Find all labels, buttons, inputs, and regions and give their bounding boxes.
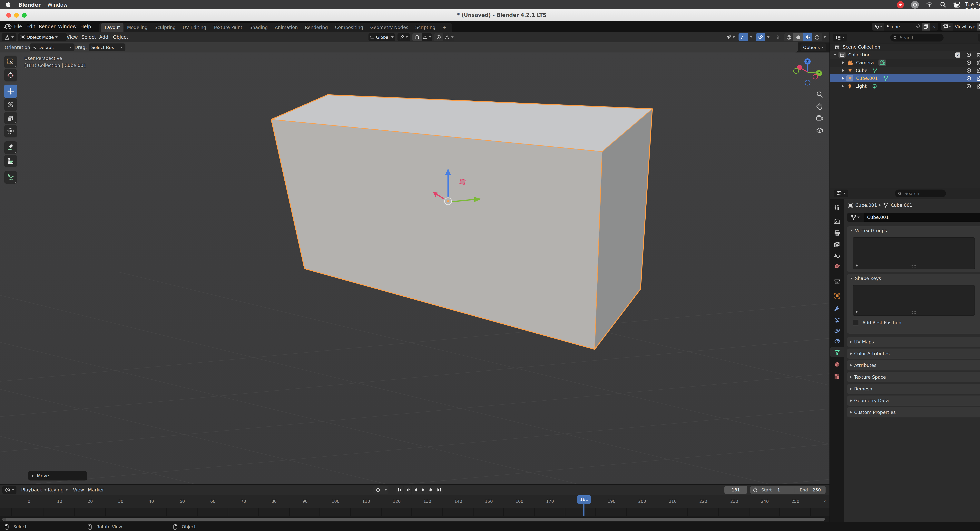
unlink-scene-button[interactable]: ✕ xyxy=(930,24,938,29)
jump-to-end-button[interactable] xyxy=(435,486,442,494)
workspace-tab-scripting[interactable]: Scripting xyxy=(412,23,439,32)
timeline-editor-type-button[interactable] xyxy=(2,486,16,494)
list-resize-handle[interactable] xyxy=(856,264,858,267)
collection-expand-chevron[interactable] xyxy=(834,54,836,55)
playhead-line[interactable] xyxy=(583,503,584,516)
tool-cursor[interactable] xyxy=(4,68,17,82)
spotlight-search-icon[interactable] xyxy=(940,2,946,8)
workspace-tab-rendering[interactable]: Rendering xyxy=(301,23,331,32)
tab-material[interactable] xyxy=(830,359,844,369)
timeline-scrollbar-knob[interactable] xyxy=(3,517,6,521)
editor-type-button[interactable] xyxy=(2,33,16,41)
viewport-canvas[interactable]: Z Y User Perspective (181) Collection | … xyxy=(0,52,829,484)
outliner-search-input[interactable] xyxy=(899,35,940,41)
new-view-layer-button[interactable] xyxy=(977,23,980,30)
macos-app-menu[interactable]: Blender xyxy=(18,2,41,8)
timeline-ruler[interactable]: 0 10 20 30 40 50 60 70 80 90 100 110 120… xyxy=(0,495,829,508)
show-object-types-dropdown[interactable] xyxy=(724,33,736,41)
close-window-button[interactable] xyxy=(6,13,11,17)
breadcrumb-data-name[interactable]: Cube.001 xyxy=(891,203,913,208)
cube001-expand-chevron[interactable] xyxy=(842,77,844,79)
camera-view-icon[interactable] xyxy=(816,115,823,121)
hide-in-viewport-icon[interactable] xyxy=(966,52,972,57)
outliner-row-camera[interactable]: Camera xyxy=(830,59,980,67)
outliner-row-scene-collection[interactable]: Scene Collection xyxy=(830,43,980,51)
creative-cloud-icon[interactable] xyxy=(911,1,919,9)
viewport-menu-view[interactable]: View xyxy=(67,35,78,40)
outliner-filter-button[interactable] xyxy=(978,34,980,41)
pin-icon[interactable] xyxy=(916,24,920,29)
hide-in-viewport-icon[interactable] xyxy=(966,68,972,73)
mesh-name-input[interactable]: Cube.001 xyxy=(864,213,980,222)
disable-in-renders-icon[interactable] xyxy=(977,60,980,65)
auto-keying-dropdown[interactable] xyxy=(383,486,388,494)
properties-search-input[interactable] xyxy=(904,190,943,197)
tab-collection[interactable] xyxy=(830,276,844,287)
tab-physics[interactable] xyxy=(830,325,844,336)
add-rest-position-checkbox[interactable] xyxy=(853,320,859,326)
show-overlays-toggle[interactable] xyxy=(756,33,765,41)
properties-editor-type-button[interactable] xyxy=(834,190,848,197)
breadcrumb-object-name[interactable]: Cube.001 xyxy=(855,203,877,208)
gizmo-dropdown[interactable] xyxy=(748,33,754,41)
mode-selector[interactable]: Object Mode xyxy=(18,33,67,41)
workspace-tab-shading[interactable]: Shading xyxy=(246,23,271,32)
view-layer-name[interactable]: ViewLayer xyxy=(953,24,977,29)
panel-uv-maps[interactable]: UV Maps xyxy=(847,337,980,347)
show-gizmo-toggle[interactable] xyxy=(738,33,748,41)
viewport-menu-select[interactable]: Select xyxy=(81,35,96,40)
panel-remesh[interactable]: Remesh xyxy=(847,384,980,394)
play-button[interactable] xyxy=(420,486,427,494)
workspace-tab-sculpting[interactable]: Sculpting xyxy=(151,23,179,32)
panel-color-attributes[interactable]: Color Attributes xyxy=(847,349,980,359)
snap-toggle[interactable] xyxy=(412,33,422,41)
tool-measure[interactable] xyxy=(4,154,17,168)
orientation-setting-dropdown[interactable]: Default xyxy=(30,43,75,51)
tool-transform[interactable] xyxy=(4,125,17,138)
mute-status-icon[interactable] xyxy=(897,1,904,8)
tab-object-data[interactable] xyxy=(830,347,844,357)
current-frame-field[interactable]: 181 xyxy=(724,486,747,494)
shading-solid-button[interactable] xyxy=(794,33,803,41)
view-layer-icon[interactable] xyxy=(941,23,953,30)
proportional-edit-toggle[interactable] xyxy=(434,33,443,41)
outliner-row-collection[interactable]: Collection ✓ xyxy=(830,51,980,59)
scene-name[interactable]: Scene xyxy=(884,24,916,29)
tab-tool[interactable] xyxy=(830,202,844,212)
cube-expand-chevron[interactable] xyxy=(842,69,844,72)
workspace-tab-modeling[interactable]: Modeling xyxy=(124,23,151,32)
viewport-menu-object[interactable]: Object xyxy=(113,35,128,40)
new-scene-button[interactable] xyxy=(922,23,930,30)
tab-world[interactable] xyxy=(830,261,844,271)
viewport-menu-add[interactable]: Add xyxy=(99,35,108,40)
tool-add-cube[interactable] xyxy=(4,171,17,184)
proportional-falloff-dropdown[interactable] xyxy=(443,33,454,41)
minimize-window-button[interactable] xyxy=(14,13,19,17)
jump-to-prev-keyframe-button[interactable] xyxy=(404,486,411,494)
tab-render[interactable] xyxy=(830,216,844,226)
tab-view-layer[interactable] xyxy=(830,240,844,250)
playhead-badge[interactable]: 181 xyxy=(577,495,591,504)
menu-edit[interactable]: Edit xyxy=(26,24,35,29)
workspace-tab-compositing[interactable]: Compositing xyxy=(331,23,367,32)
outliner-row-cube[interactable]: Cube xyxy=(830,67,980,74)
timeline-tracks[interactable] xyxy=(0,508,829,516)
outliner-row-cube-001[interactable]: Cube.001 xyxy=(830,74,980,82)
list-grip[interactable] xyxy=(910,311,916,314)
tab-texture[interactable] xyxy=(830,371,844,381)
hide-in-viewport-icon[interactable] xyxy=(966,84,972,89)
add-workspace-button[interactable]: + xyxy=(439,23,450,32)
outliner-editor-type-button[interactable] xyxy=(833,34,847,41)
collection-exclude-checkbox[interactable]: ✓ xyxy=(955,52,960,57)
timeline-scrollbar[interactable] xyxy=(2,517,825,521)
hide-in-viewport-icon[interactable] xyxy=(966,60,972,65)
disable-in-renders-icon[interactable] xyxy=(977,52,980,57)
properties-search[interactable] xyxy=(895,190,946,197)
workspace-tab-animation[interactable]: Animation xyxy=(271,23,301,32)
transform-orientation-selector[interactable]: Global xyxy=(369,33,395,41)
jump-to-start-button[interactable] xyxy=(396,486,403,494)
tab-particles[interactable] xyxy=(830,315,844,325)
panel-attributes[interactable]: Attributes xyxy=(847,360,980,371)
tool-rotate[interactable] xyxy=(4,98,17,111)
tab-object[interactable] xyxy=(830,290,844,301)
